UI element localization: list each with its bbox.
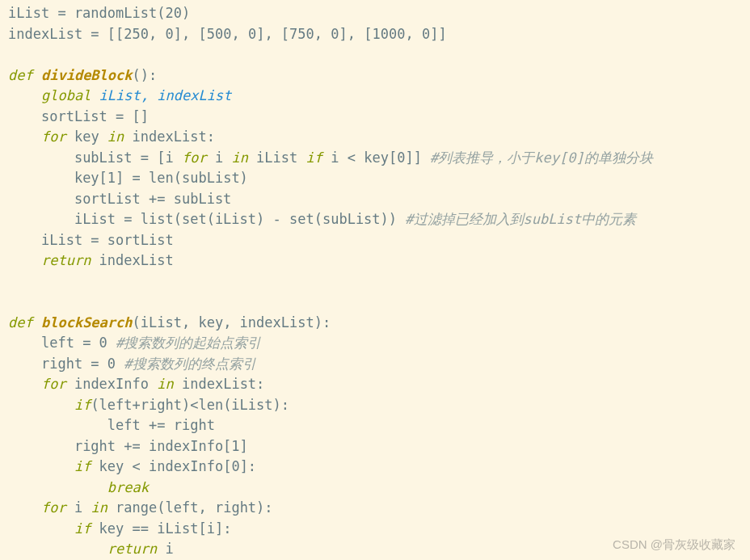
code-text bbox=[107, 335, 116, 351]
code-text: i bbox=[157, 541, 173, 557]
number-literal: 0 bbox=[107, 356, 116, 372]
code-text: ]] bbox=[430, 26, 446, 42]
number-literal: 1 bbox=[231, 438, 239, 454]
comment: #过滤掉已经加入到subList中的元素 bbox=[405, 211, 636, 227]
keyword-in: in bbox=[157, 376, 173, 392]
code-text: key bbox=[66, 128, 107, 145]
code-text: indexList bbox=[91, 252, 173, 268]
code-text: (left+right)<len(iList): bbox=[91, 397, 289, 413]
code-text: , bbox=[231, 26, 247, 42]
identifier: iList, indexList bbox=[91, 87, 231, 103]
code-text: indexList: bbox=[174, 376, 265, 392]
comment: #搜索数列的终点索引 bbox=[124, 356, 255, 372]
keyword-in: in bbox=[231, 149, 247, 166]
number-literal: 0 bbox=[422, 26, 430, 42]
code-block: iList = randomList(20) indexList = [[250… bbox=[0, 0, 750, 560]
keyword-if: if bbox=[74, 520, 91, 537]
keyword-if: if bbox=[74, 458, 91, 474]
code-text: , bbox=[405, 26, 421, 42]
keyword-for: for bbox=[182, 149, 207, 166]
code-text: (): bbox=[133, 67, 158, 83]
number-literal: 1000 bbox=[373, 26, 406, 42]
number-literal: 0 bbox=[166, 26, 174, 42]
number-literal: 0 bbox=[248, 26, 256, 42]
number-literal: 20 bbox=[165, 5, 181, 21]
code-text: ], [ bbox=[174, 26, 207, 42]
code-text: i < key[ bbox=[322, 149, 397, 166]
code-text: ]: bbox=[240, 458, 256, 474]
keyword-return: return bbox=[41, 252, 91, 268]
code-text: , bbox=[149, 26, 165, 42]
code-text: iList = list(set(iList) - set(subList)) bbox=[74, 211, 405, 227]
keyword-in: in bbox=[107, 128, 124, 145]
keyword-for: for bbox=[41, 128, 66, 145]
keyword-return: return bbox=[107, 541, 157, 557]
code-line: sortList += subList bbox=[74, 191, 231, 207]
code-text: ]] bbox=[405, 149, 430, 166]
keyword-in: in bbox=[91, 499, 107, 516]
code-line: indexList = [[ bbox=[8, 26, 124, 42]
number-literal: 0 bbox=[331, 26, 339, 42]
code-text: right = bbox=[41, 356, 107, 372]
code-text: key[ bbox=[74, 170, 107, 186]
code-line: sortList = [] bbox=[41, 108, 149, 124]
keyword-global: global bbox=[41, 87, 91, 103]
code-text: right += indexInfo[ bbox=[74, 438, 231, 454]
number-literal: 500 bbox=[207, 26, 232, 42]
code-line: left += right bbox=[107, 417, 215, 433]
function-name: blockSearch bbox=[33, 314, 133, 331]
comment: #列表推导，小于key[0]的单独分块 bbox=[430, 149, 653, 166]
code-text: ], [ bbox=[339, 26, 373, 42]
comment: #搜索数列的起始点索引 bbox=[116, 335, 261, 351]
code-text: ] bbox=[240, 438, 248, 454]
code-text: ) bbox=[182, 5, 190, 21]
code-text: i bbox=[207, 149, 232, 166]
keyword-def: def bbox=[8, 314, 33, 331]
code-text: iList bbox=[248, 149, 306, 166]
code-text: left = bbox=[41, 335, 99, 351]
number-literal: 0 bbox=[99, 335, 107, 351]
number-literal: 750 bbox=[289, 26, 314, 42]
code-text: (iList, key, indexList): bbox=[133, 314, 331, 331]
number-literal: 0 bbox=[397, 149, 405, 166]
code-text: i bbox=[66, 499, 91, 516]
number-literal: 1 bbox=[107, 170, 116, 186]
code-text: range(left, right): bbox=[107, 499, 273, 516]
keyword-for: for bbox=[41, 376, 66, 392]
code-text bbox=[116, 356, 124, 372]
keyword-if: if bbox=[74, 397, 91, 413]
code-text: ] = len(subList) bbox=[116, 170, 248, 186]
number-literal: 0 bbox=[231, 458, 239, 474]
code-text: key < indexInfo[ bbox=[91, 458, 231, 474]
code-text: ], [ bbox=[256, 26, 289, 42]
keyword-for: for bbox=[41, 499, 66, 516]
number-literal: 250 bbox=[124, 26, 149, 42]
code-text: key == iList[i]: bbox=[91, 520, 231, 537]
code-line: iList = sortList bbox=[41, 232, 174, 248]
code-text: subList = [i bbox=[74, 149, 182, 166]
keyword-break: break bbox=[107, 479, 149, 495]
code-text: indexList: bbox=[124, 128, 215, 145]
code-text: , bbox=[314, 26, 331, 42]
keyword-if: if bbox=[306, 149, 322, 166]
code-text: indexInfo bbox=[66, 376, 158, 392]
function-name: divideBlock bbox=[33, 67, 133, 83]
keyword-def: def bbox=[8, 67, 33, 83]
code-line: iList = randomList( bbox=[8, 5, 165, 21]
